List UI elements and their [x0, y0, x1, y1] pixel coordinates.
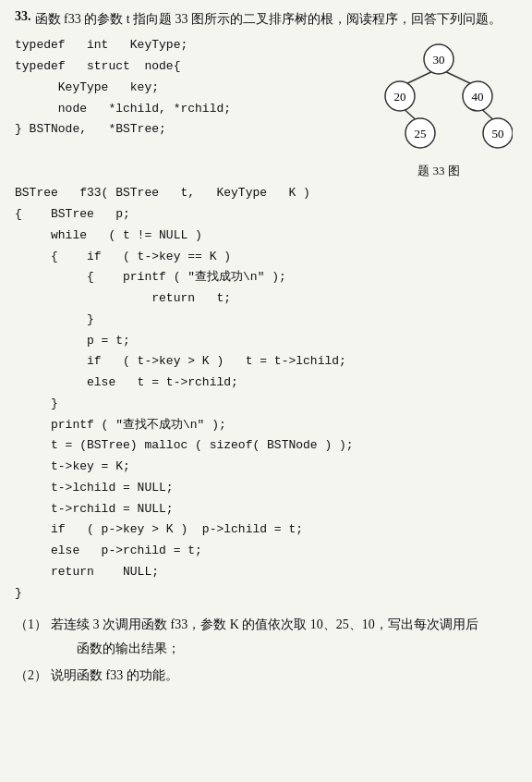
svg-text:30: 30 — [433, 53, 445, 67]
svg-text:25: 25 — [415, 127, 427, 141]
question-intro: 函数 f33 的参数 t 指向题 33 图所示的二叉排序树的根，阅读程序，回答下… — [35, 9, 502, 30]
svg-text:50: 50 — [492, 127, 504, 141]
typedef-tree-area: typedef int KeyType; typedef struct node… — [15, 35, 517, 179]
tree-diagram: 3020402550 — [365, 39, 513, 159]
function-code: BSTree f33( BSTree t, KeyType K ) { BSTr… — [15, 183, 517, 604]
svg-text:40: 40 — [472, 90, 484, 104]
svg-text:20: 20 — [394, 90, 406, 104]
question-header: 33. 函数 f33 的参数 t 指向题 33 图所示的二叉排序树的根，阅读程序… — [15, 9, 517, 30]
q-text-2: 说明函数 f33 的功能。 — [51, 664, 178, 687]
tree-area: 3020402550 题 33 图 — [360, 35, 517, 179]
sub-questions: （1）若连续 3 次调用函数 f33，参数 K 的值依次取 10、25、10，写… — [15, 613, 517, 687]
q-text-1: 若连续 3 次调用函数 f33，参数 K 的值依次取 10、25、10，写出每次… — [51, 613, 478, 659]
tree-caption: 题 33 图 — [417, 163, 460, 179]
typedef-code: typedef int KeyType; typedef struct node… — [15, 35, 351, 179]
sub-question-2: （2）说明函数 f33 的功能。 — [15, 664, 517, 687]
sub-question-1: （1）若连续 3 次调用函数 f33，参数 K 的值依次取 10、25、10，写… — [15, 613, 517, 659]
question-number: 33. — [15, 9, 31, 24]
q-label-1: （1） — [15, 613, 47, 636]
q-label-2: （2） — [15, 664, 47, 687]
